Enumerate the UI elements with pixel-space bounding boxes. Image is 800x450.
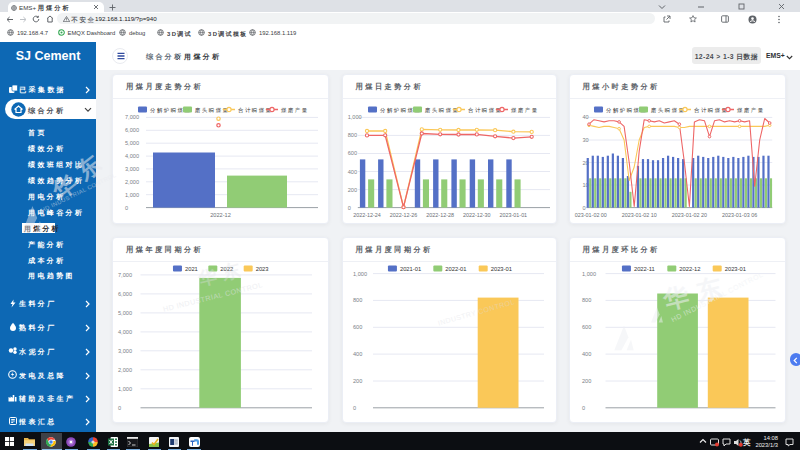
- svg-text:6,000: 6,000: [118, 291, 132, 297]
- svg-text:2,000: 2,000: [125, 179, 139, 185]
- svg-text:煤磨产量: 煤磨产量: [737, 107, 765, 114]
- svg-text:合计瞬煤量: 合计瞬煤量: [694, 107, 728, 114]
- svg-text:2023-01-03 06: 2023-01-03 06: [722, 212, 757, 218]
- svg-text:1,000: 1,000: [125, 192, 139, 198]
- svg-text:2023-01-02 10: 2023-01-02 10: [621, 212, 656, 218]
- svg-text:400: 400: [347, 169, 356, 175]
- svg-text:磨头瞬煤量: 磨头瞬煤量: [425, 107, 459, 114]
- svg-text:2022-11: 2022-11: [633, 266, 654, 272]
- svg-text:2,000: 2,000: [118, 367, 132, 373]
- svg-text:2021-01: 2021-01: [399, 266, 420, 272]
- svg-text:3,000: 3,000: [125, 166, 139, 172]
- svg-text:合计瞬煤量: 合计瞬煤量: [238, 107, 272, 114]
- svg-text:200: 200: [582, 378, 591, 384]
- svg-text:2022-12-24: 2022-12-24: [353, 212, 381, 218]
- svg-text:磨头瞬煤量: 磨头瞬煤量: [195, 107, 229, 114]
- svg-text:2021: 2021: [185, 266, 198, 272]
- svg-text:0: 0: [582, 205, 585, 211]
- svg-text:200: 200: [347, 187, 356, 193]
- svg-text:1,000: 1,000: [353, 271, 367, 277]
- svg-text:1,000: 1,000: [582, 271, 596, 277]
- svg-text:0: 0: [118, 405, 121, 411]
- svg-text:400: 400: [582, 351, 591, 357]
- svg-text:7,000: 7,000: [125, 114, 139, 120]
- svg-text:2022-12: 2022-12: [679, 266, 700, 272]
- svg-text:2023-01: 2023-01: [490, 266, 511, 272]
- svg-text:2022-12-26: 2022-12-26: [389, 212, 417, 218]
- svg-text:30: 30: [582, 137, 588, 143]
- svg-text:1,000: 1,000: [347, 114, 361, 120]
- svg-text:4,000: 4,000: [118, 329, 132, 335]
- svg-text:600: 600: [582, 324, 591, 330]
- svg-text:煤磨产量: 煤磨产量: [511, 107, 539, 114]
- svg-text:5,000: 5,000: [118, 310, 132, 316]
- svg-text:1,000: 1,000: [118, 386, 132, 392]
- svg-text:2023-01-01: 2023-01-01: [499, 212, 527, 218]
- svg-text:磨头瞬煤量: 磨头瞬煤量: [651, 107, 685, 114]
- svg-text:2022-12-28: 2022-12-28: [426, 212, 454, 218]
- svg-text:2023-01: 2023-01: [724, 266, 745, 272]
- svg-text:6,000: 6,000: [125, 127, 139, 133]
- svg-text:800: 800: [582, 297, 591, 303]
- svg-text:600: 600: [353, 324, 362, 330]
- svg-text:2022-12: 2022-12: [210, 212, 231, 218]
- svg-text:合计瞬煤量: 合计瞬煤量: [468, 107, 502, 114]
- svg-text:400: 400: [353, 351, 362, 357]
- svg-text:7,000: 7,000: [118, 272, 132, 278]
- svg-text:煤磨产量: 煤磨产量: [281, 107, 309, 114]
- svg-text:2023: 2023: [256, 266, 269, 272]
- svg-text:800: 800: [353, 297, 362, 303]
- svg-text:40: 40: [582, 114, 588, 120]
- svg-text:3,000: 3,000: [118, 348, 132, 354]
- svg-text:4,000: 4,000: [125, 153, 139, 159]
- svg-text:5,000: 5,000: [125, 140, 139, 146]
- svg-text:0: 0: [582, 405, 585, 411]
- svg-text:800: 800: [347, 132, 356, 138]
- svg-text:2022: 2022: [220, 266, 233, 272]
- svg-text:0: 0: [125, 205, 128, 211]
- svg-text:0: 0: [353, 405, 356, 411]
- svg-text:2022-12-30: 2022-12-30: [462, 212, 490, 218]
- svg-text:2023-01-02 20: 2023-01-02 20: [671, 212, 706, 218]
- svg-text:2022-01: 2022-01: [445, 266, 466, 272]
- svg-text:200: 200: [353, 378, 362, 384]
- svg-text:023-01-02 00: 023-01-02 00: [574, 212, 606, 218]
- svg-text:600: 600: [347, 150, 356, 156]
- svg-text:0: 0: [347, 205, 350, 211]
